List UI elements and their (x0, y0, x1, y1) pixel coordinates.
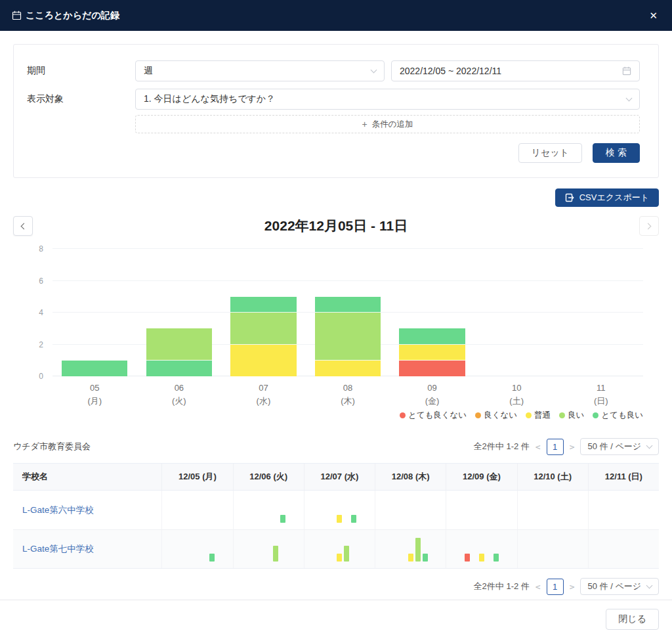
mood-bars-cell-12/07 (304, 491, 375, 529)
pagination-prev-icon[interactable]: < (536, 442, 541, 452)
legend-item[interactable]: 普通 (526, 410, 551, 421)
next-week-button[interactable] (639, 216, 659, 236)
legend-dot (526, 412, 532, 418)
target-label: 表示対象 (27, 93, 135, 105)
prev-week-button[interactable] (13, 216, 33, 236)
column-header-date: 12/09 (金) (446, 464, 516, 490)
bar-slot (273, 546, 278, 562)
chevron-down-icon (646, 583, 653, 589)
close-icon[interactable]: ✕ (646, 8, 660, 23)
plus-icon: + (362, 120, 368, 129)
bar-slot (415, 538, 421, 562)
column-header-school: 学校名 (13, 464, 161, 490)
school-link[interactable]: L-Gate第七中学校 (22, 543, 94, 555)
bar-slot (465, 554, 470, 562)
mood-chart: 02468 05(月)06(火)07(水)08(木)09(金)10(土)11(日… (13, 249, 659, 421)
chart-plot: 02468 (52, 249, 643, 376)
legend-label: 良くない (484, 410, 517, 421)
bar-segment (62, 361, 127, 376)
calendar-icon (12, 11, 22, 20)
x-axis-label: 09(金) (390, 382, 474, 408)
y-axis-tick: 6 (39, 276, 43, 286)
date-range-input[interactable]: 2022/12/05 ~ 2022/12/11 (391, 60, 640, 81)
bar-segment (146, 328, 212, 361)
target-select-value: 1. 今日はどんな気持ちですか？ (144, 93, 627, 105)
column-header-date: 12/07 (水) (304, 464, 375, 490)
dialog-title: こころとからだの記録 (12, 10, 119, 22)
school-table: 学校名12/05 (月)12/06 (火)12/07 (水)12/08 (木)1… (13, 463, 659, 569)
export-icon (565, 193, 574, 202)
mini-bar-とても良い (351, 515, 356, 523)
csv-export-label: CSVエクスポート (579, 192, 649, 204)
mood-bars-cell-12/07 (304, 530, 375, 568)
period-select-value: 週 (144, 65, 371, 77)
target-select[interactable]: 1. 今日はどんな気持ちですか？ (135, 89, 640, 110)
organization-label: ウチダ市教育委員会 (13, 441, 91, 452)
close-button[interactable]: 閉じる (606, 609, 659, 630)
pagination-next-icon[interactable]: > (570, 582, 575, 592)
school-name-cell: L-Gate第七中学校 (13, 530, 161, 568)
search-button[interactable]: 検 索 (593, 143, 640, 163)
bar-slot (209, 554, 215, 562)
x-axis-label: 11(日) (558, 382, 643, 408)
chevron-down-icon (626, 95, 633, 101)
mood-bars-cell-12/10 (517, 491, 588, 529)
dialog-header: こころとからだの記録 ✕ (0, 0, 672, 31)
bar-slot (408, 554, 413, 562)
gridline (52, 248, 643, 249)
reset-button[interactable]: リセット (518, 143, 582, 163)
mini-bar-良い (344, 546, 349, 562)
csv-export-button[interactable]: CSVエクスポート (555, 188, 659, 207)
table-row: L-Gate第六中学校 (13, 491, 659, 529)
mood-bars-cell-12/10 (517, 530, 588, 568)
legend-item[interactable]: とても良い (593, 410, 643, 421)
legend-item[interactable]: 良い (559, 410, 584, 421)
legend-label: とても良くない (408, 410, 467, 421)
column-header-date: 12/10 (土) (517, 464, 588, 490)
mood-bars-cell-12/05 (161, 491, 232, 529)
x-axis-label: 05(月) (52, 382, 137, 408)
legend-item[interactable]: 良くない (475, 410, 517, 421)
chevron-down-icon (371, 66, 377, 73)
mini-bar-とても良い (494, 554, 499, 562)
period-select[interactable]: 週 (135, 60, 385, 81)
bar-group-12/08 (315, 297, 381, 376)
pagination-summary: 全2件中 1-2 件 (474, 441, 530, 452)
y-axis-tick: 4 (39, 308, 43, 317)
pagination-current-page[interactable]: 1 (547, 579, 564, 595)
mini-bar-とても良い (423, 554, 428, 562)
bar-slot (337, 554, 342, 562)
y-axis-tick: 0 (39, 372, 43, 381)
legend-dot (559, 412, 565, 418)
bar-slot (337, 515, 342, 523)
column-header-date: 12/11 (日) (588, 464, 659, 490)
pagination-current-page[interactable]: 1 (547, 439, 564, 455)
bar-group-12/07 (230, 297, 296, 376)
column-header-date: 12/08 (木) (375, 464, 446, 490)
bar-segment (315, 297, 381, 313)
page-size-select[interactable]: 50 件 / ページ (580, 438, 659, 455)
legend-dot (593, 412, 598, 418)
bar-group-12/05 (62, 361, 127, 376)
table-header-row: 学校名12/05 (月)12/06 (火)12/07 (水)12/08 (木)1… (13, 464, 659, 491)
pagination-next-icon[interactable]: > (570, 442, 575, 452)
page-size-select[interactable]: 50 件 / ページ (580, 578, 659, 595)
mood-bars-cell-12/05 (161, 530, 232, 568)
school-link[interactable]: L-Gate第六中学校 (22, 504, 94, 516)
mood-bars-cell-12/11 (588, 530, 659, 568)
mini-bar-普通 (479, 554, 484, 562)
gridline (52, 280, 643, 281)
bar-slot (423, 554, 428, 562)
mood-bars-cell-12/08 (375, 530, 446, 568)
column-header-date: 12/06 (火) (233, 464, 304, 490)
mood-bars-cell-12/09 (446, 530, 516, 568)
period-label: 期間 (27, 65, 135, 77)
legend-item[interactable]: とても良くない (400, 410, 467, 421)
dialog-body: 期間 週 2022/12/05 ~ 2022/12/11 表示対象 1. 今日は… (0, 31, 672, 600)
pagination-prev-icon[interactable]: < (536, 582, 541, 592)
pagination-summary: 全2件中 1-2 件 (474, 581, 530, 592)
mini-bar-とても良くない (465, 554, 470, 562)
add-condition-button[interactable]: + 条件の追加 (135, 115, 640, 133)
dialog-footer: 閉じる (0, 600, 672, 639)
bar-segment (399, 361, 465, 376)
